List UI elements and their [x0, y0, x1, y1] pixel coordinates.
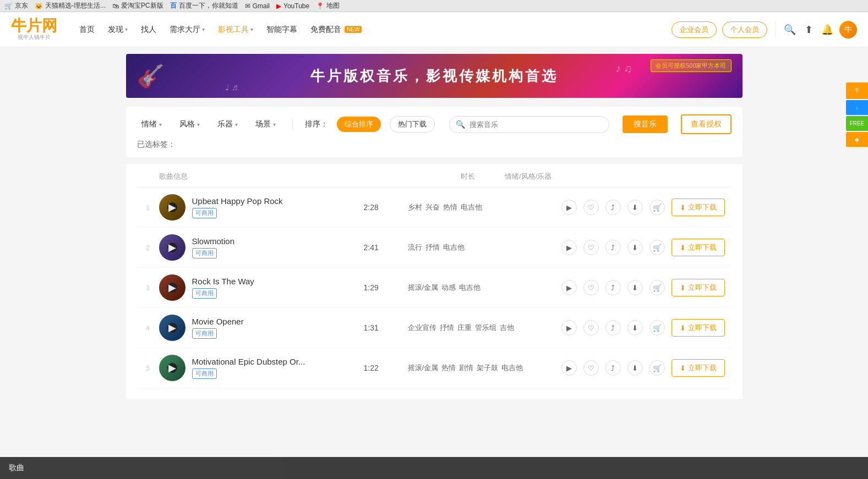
- like-button[interactable]: ♡: [583, 200, 599, 215]
- btn-enterprise[interactable]: 企业会员: [672, 21, 717, 38]
- tag-item[interactable]: 摇滚/金属: [408, 363, 439, 373]
- search-icon[interactable]: 🔍: [783, 23, 796, 36]
- tag-item[interactable]: 热情: [441, 363, 456, 373]
- tag-item[interactable]: 架子鼓: [477, 363, 498, 373]
- tag-item[interactable]: 剧情: [459, 363, 473, 373]
- bell-icon[interactable]: 🔔: [821, 23, 834, 36]
- btn-download-now[interactable]: ⬇ 立即下载: [672, 359, 725, 377]
- download-icon[interactable]: ⬇: [627, 200, 643, 215]
- sidebar-pill-free[interactable]: FREE: [846, 116, 868, 131]
- nav-dubbing[interactable]: 免费配音 NEW: [310, 25, 362, 35]
- tag-item[interactable]: 电吉他: [443, 243, 465, 252]
- tag-item[interactable]: 动感: [441, 283, 456, 293]
- play-button[interactable]: ▶: [561, 320, 577, 335]
- tag-item[interactable]: 电吉他: [461, 202, 482, 212]
- sort-hot-download[interactable]: 热门下载: [390, 116, 435, 133]
- table-row: 2 ▶ Slowmotion 可商用 2:41 流行抒情电吉他 ▶ ♡ ⤴ ⬇ …: [137, 228, 731, 268]
- share-button[interactable]: ⤴: [605, 280, 621, 295]
- tag-item[interactable]: 兴奋: [425, 202, 440, 212]
- btn-check-auth[interactable]: 查看授权: [681, 114, 731, 134]
- filter-style[interactable]: 风格 ▾: [175, 117, 204, 131]
- btn-download-now[interactable]: ⬇ 立即下载: [672, 319, 725, 337]
- nav-demand[interactable]: 需求大厅 ▾: [170, 25, 205, 35]
- btn-search-music[interactable]: 搜音乐: [623, 115, 668, 133]
- sidebar-pill-orange[interactable]: 千: [846, 82, 868, 99]
- song-thumbnail[interactable]: ▶: [159, 194, 185, 221]
- sidebar-pill-blue[interactable]: ↓: [846, 100, 868, 115]
- cart-button[interactable]: 🛒: [649, 240, 665, 255]
- play-button[interactable]: ▶: [561, 360, 577, 376]
- play-icon: ▶: [168, 282, 176, 294]
- tag-item[interactable]: 摇滚/金属: [408, 283, 439, 293]
- download-icon[interactable]: ⬇: [627, 280, 643, 295]
- tag-item[interactable]: 电吉他: [459, 283, 481, 293]
- share-button[interactable]: ⤴: [605, 240, 621, 255]
- download-icon[interactable]: ⬇: [627, 360, 643, 376]
- nav-subtitle[interactable]: 智能字幕: [266, 25, 297, 35]
- upload-icon[interactable]: ⬆: [802, 23, 815, 36]
- tab-jd[interactable]: 🛒 京东: [4, 1, 28, 10]
- tab-baidu[interactable]: 百 百度一下，你就知道: [170, 1, 238, 10]
- btn-personal[interactable]: 个人会员: [722, 21, 767, 38]
- cart-button[interactable]: 🛒: [649, 320, 665, 335]
- sidebar-pill-promo[interactable]: ◆: [846, 132, 868, 147]
- download-icon[interactable]: ⬇: [627, 320, 643, 335]
- filter-emotion[interactable]: 情绪 ▾: [137, 117, 166, 131]
- tab-tmall[interactable]: 🐱 天猫精选-理想生活...: [35, 1, 106, 10]
- song-title[interactable]: Movie Opener: [192, 317, 364, 326]
- sort-comprehensive[interactable]: 综合排序: [337, 117, 381, 132]
- filter-scene[interactable]: 场景 ▾: [251, 117, 280, 131]
- btn-download-now[interactable]: ⬇ 立即下载: [672, 199, 725, 216]
- tag-item[interactable]: 抒情: [425, 243, 440, 252]
- tab-youtube[interactable]: ▶ YouTube: [276, 2, 309, 10]
- tag-item[interactable]: 电吉他: [501, 363, 523, 373]
- song-thumbnail[interactable]: ▶: [159, 274, 185, 301]
- share-button[interactable]: ⤴: [605, 360, 621, 376]
- tag-item[interactable]: 管乐组: [475, 323, 496, 333]
- like-button[interactable]: ♡: [583, 320, 599, 335]
- tab-gmail[interactable]: ✉ Gmail: [245, 2, 270, 10]
- cart-button[interactable]: 🛒: [649, 200, 665, 215]
- tag-item[interactable]: 庄重: [457, 323, 472, 333]
- btn-download-now[interactable]: ⬇ 立即下载: [672, 279, 725, 296]
- tag-item[interactable]: 吉他: [500, 323, 514, 333]
- cart-button[interactable]: 🛒: [649, 280, 665, 295]
- tag-item[interactable]: 抒情: [440, 323, 454, 333]
- tag-item[interactable]: 企业宣传: [408, 323, 436, 333]
- logo-text: 牛片网: [11, 18, 57, 34]
- filter-instrument[interactable]: 乐器 ▾: [213, 117, 242, 131]
- btn-download-now[interactable]: ⬇ 立即下载: [672, 239, 725, 256]
- play-button[interactable]: ▶: [561, 200, 577, 215]
- banner-text: 牛片版权音乐，影视传媒机构首选: [310, 67, 558, 86]
- nav-discover[interactable]: 发现 ▾: [108, 25, 128, 35]
- song-thumbnail[interactable]: ▶: [159, 315, 185, 341]
- tag-item[interactable]: 热情: [443, 202, 457, 212]
- song-title[interactable]: Slowmotion: [192, 236, 364, 246]
- song-thumbnail[interactable]: ▶: [159, 234, 185, 261]
- play-button[interactable]: ▶: [561, 240, 577, 255]
- play-button[interactable]: ▶: [561, 280, 577, 295]
- tag-item[interactable]: 流行: [408, 243, 422, 252]
- song-title[interactable]: Upbeat Happy Pop Rock: [192, 196, 364, 206]
- instrument-arrow: ▾: [235, 122, 238, 128]
- download-icon[interactable]: ⬇: [627, 240, 643, 255]
- song-thumbnail[interactable]: ▶: [159, 355, 185, 381]
- nav-home[interactable]: 首页: [79, 25, 95, 35]
- song-info: Motivational Epic Dubstep Or... 可商用: [192, 357, 364, 379]
- tab-taobao[interactable]: 🛍 爱淘宝PC新版: [112, 1, 163, 10]
- share-button[interactable]: ⤴: [605, 200, 621, 215]
- share-button[interactable]: ⤴: [605, 320, 621, 335]
- cart-button[interactable]: 🛒: [649, 360, 665, 376]
- nav-findpeople[interactable]: 找人: [141, 25, 156, 35]
- like-button[interactable]: ♡: [583, 240, 599, 255]
- like-button[interactable]: ♡: [583, 280, 599, 295]
- logo[interactable]: 牛片网 视牛人镜牛片: [11, 18, 57, 41]
- avatar[interactable]: 牛: [839, 21, 857, 38]
- nav-tools[interactable]: 影视工具 ▾: [218, 25, 253, 35]
- search-input[interactable]: [449, 116, 609, 133]
- tab-maps[interactable]: 📍 地图: [316, 1, 340, 10]
- song-title[interactable]: Rock Is The Way: [192, 277, 364, 286]
- song-title[interactable]: Motivational Epic Dubstep Or...: [192, 357, 364, 366]
- tag-item[interactable]: 乡村: [408, 202, 422, 212]
- like-button[interactable]: ♡: [583, 360, 599, 376]
